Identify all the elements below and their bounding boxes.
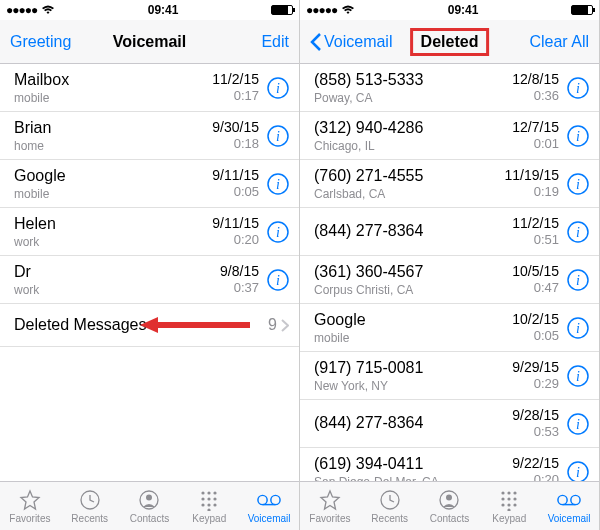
svg-point-60 [571,495,580,504]
voicemail-date: 9/29/15 [512,359,559,377]
tab-keypad[interactable]: Keypad [479,482,539,530]
voicemail-row[interactable]: Dr work 9/8/15 0:37 i [0,256,299,304]
page-title: Deleted [410,28,490,56]
voicemail-date: 12/8/15 [512,71,559,89]
voicemail-duration: 0:18 [212,136,259,152]
voicemail-title: Google [14,166,212,185]
voicemail-duration: 0:20 [512,472,559,481]
deleted-messages-row[interactable]: Deleted Messages 9 [0,304,299,347]
tab-keypad[interactable]: Keypad [179,482,239,530]
voicemail-sub: home [14,139,212,153]
voicemail-row[interactable]: Mailbox mobile 11/2/15 0:17 i [0,64,299,112]
voicemail-list: Mailbox mobile 11/2/15 0:17 i Brian home… [0,64,299,481]
deleted-row[interactable]: (361) 360-4567Corpus Christi, CA 10/5/15… [300,256,599,304]
greeting-button[interactable]: Greeting [10,33,80,51]
navbar: Greeting Voicemail Edit [0,20,299,64]
keypad-icon [497,489,521,511]
chevron-left-icon [310,33,322,51]
edit-button[interactable]: Edit [219,33,289,51]
keypad-icon [197,489,221,511]
deleted-row[interactable]: Googlemobile 10/2/150:05 i [300,304,599,352]
voicemail-title: (844) 277-8364 [314,221,512,240]
star-icon [318,489,342,511]
tab-label: Keypad [192,513,226,524]
voicemail-date: 11/2/15 [212,71,259,89]
deleted-row[interactable]: (844) 277-8364 9/28/150:53 i [300,400,599,448]
svg-point-55 [502,503,505,506]
voicemail-sub: mobile [314,331,512,345]
voicemail-sub: Chicago, IL [314,139,512,153]
signal-dots-icon: ●●●●● [6,3,37,17]
info-icon[interactable]: i [567,317,589,339]
tab-contacts[interactable]: Contacts [120,482,180,530]
deleted-messages-label: Deleted Messages [14,316,147,334]
svg-point-49 [502,491,505,494]
info-icon[interactable]: i [567,173,589,195]
svg-text:i: i [276,177,280,192]
tab-voicemail[interactable]: Voicemail [539,482,599,530]
svg-text:i: i [276,273,280,288]
tab-recents[interactable]: Recents [360,482,420,530]
voicemail-title: Dr [14,262,220,281]
voicemail-icon [257,489,281,511]
info-icon[interactable]: i [567,221,589,243]
deleted-row[interactable]: (312) 940-4286Chicago, IL 12/7/150:01 i [300,112,599,160]
tab-bar: Favorites Recents Contacts Key [0,481,299,530]
tab-recents[interactable]: Recents [60,482,120,530]
voicemail-duration: 0:05 [512,328,559,344]
voicemail-date: 9/8/15 [220,263,259,281]
wifi-icon [341,5,355,15]
voicemail-sub: Carlsbad, CA [314,187,505,201]
svg-point-25 [258,495,267,504]
voicemail-duration: 0:29 [512,376,559,392]
voicemail-row[interactable]: Google mobile 9/11/15 0:05 i [0,160,299,208]
voicemail-title: Mailbox [14,70,212,89]
annotation-arrow-icon [140,315,250,335]
info-icon[interactable]: i [567,413,589,435]
svg-point-22 [208,503,211,506]
voicemail-title: (361) 360-4567 [314,262,512,281]
clear-all-button[interactable]: Clear All [519,33,589,51]
voicemail-duration: 0:47 [512,280,559,296]
contact-icon [137,489,161,511]
back-label: Voicemail [324,33,392,51]
info-icon[interactable]: i [267,125,289,147]
info-icon[interactable]: i [567,461,589,482]
voicemail-date: 11/19/15 [505,167,560,185]
svg-point-18 [202,497,205,500]
info-icon[interactable]: i [567,125,589,147]
tab-favorites[interactable]: Favorites [300,482,360,530]
tab-voicemail[interactable]: Voicemail [239,482,299,530]
info-icon[interactable]: i [567,365,589,387]
deleted-row[interactable]: (858) 513-5333Poway, CA 12/8/150:36 i [300,64,599,112]
back-button[interactable]: Voicemail [310,33,392,51]
voicemail-duration: 0:01 [512,136,559,152]
voicemail-row[interactable]: Brian home 9/30/15 0:18 i [0,112,299,160]
status-bar: ●●●●● 09:41 [300,0,599,20]
voicemail-row[interactable]: Helen work 9/11/15 0:20 i [0,208,299,256]
deleted-row[interactable]: (917) 715-0081New York, NY 9/29/150:29 i [300,352,599,400]
deleted-row[interactable]: (844) 277-8364 11/2/150:51 i [300,208,599,256]
voicemail-title: (619) 394-0411 [314,454,512,473]
info-icon[interactable]: i [267,77,289,99]
info-icon[interactable]: i [267,269,289,291]
info-icon[interactable]: i [567,77,589,99]
battery-icon [571,5,593,15]
svg-point-59 [558,495,567,504]
info-icon[interactable]: i [267,221,289,243]
svg-text:i: i [576,273,580,288]
voicemail-date: 9/22/15 [512,455,559,473]
svg-text:i: i [576,417,580,432]
deleted-row[interactable]: (760) 271-4555Carlsbad, CA 11/19/150:19 … [300,160,599,208]
svg-text:i: i [576,321,580,336]
svg-point-56 [508,503,511,506]
tab-contacts[interactable]: Contacts [420,482,480,530]
tab-label: Recents [71,513,108,524]
svg-text:i: i [576,81,580,96]
voicemail-duration: 0:37 [220,280,259,296]
tab-favorites[interactable]: Favorites [0,482,60,530]
svg-text:i: i [576,369,580,384]
info-icon[interactable]: i [267,173,289,195]
deleted-row[interactable]: (619) 394-0411San Diego-Del Mar, CA 9/22… [300,448,599,481]
info-icon[interactable]: i [567,269,589,291]
